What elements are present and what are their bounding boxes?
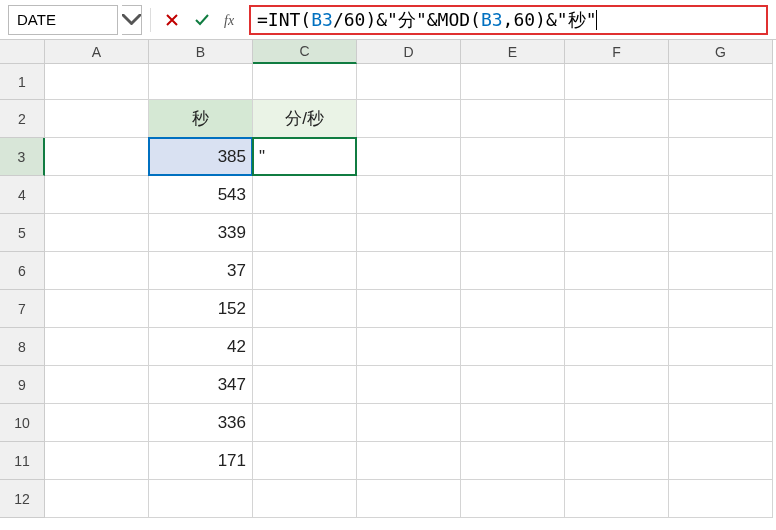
name-box-dropdown[interactable]	[122, 5, 142, 35]
cell-B9[interactable]: 347	[149, 366, 253, 404]
cell-E8[interactable]	[461, 328, 565, 366]
cell-B7[interactable]: 152	[149, 290, 253, 328]
cell-G2[interactable]	[669, 100, 773, 138]
cell-C8[interactable]	[253, 328, 357, 366]
cell-B8[interactable]: 42	[149, 328, 253, 366]
cell-E2[interactable]	[461, 100, 565, 138]
cell-C7[interactable]	[253, 290, 357, 328]
cell-G9[interactable]	[669, 366, 773, 404]
cell-G6[interactable]	[669, 252, 773, 290]
enter-button[interactable]	[189, 7, 215, 33]
cell-B6[interactable]: 37	[149, 252, 253, 290]
cell-A10[interactable]	[45, 404, 149, 442]
cell-C10[interactable]	[253, 404, 357, 442]
cell-D8[interactable]	[357, 328, 461, 366]
cell-D1[interactable]	[357, 64, 461, 100]
cell-B3[interactable]: 385	[149, 138, 253, 176]
cell-G1[interactable]	[669, 64, 773, 100]
cell-B11[interactable]: 171	[149, 442, 253, 480]
row-header-5[interactable]: 5	[0, 214, 45, 252]
cell-A2[interactable]	[45, 100, 149, 138]
cell-A1[interactable]	[45, 64, 149, 100]
cell-G3[interactable]	[669, 138, 773, 176]
cell-F1[interactable]	[565, 64, 669, 100]
cell-C12[interactable]	[253, 480, 357, 518]
cell-G5[interactable]	[669, 214, 773, 252]
col-header-B[interactable]: B	[149, 40, 253, 64]
col-header-G[interactable]: G	[669, 40, 773, 64]
cell-D6[interactable]	[357, 252, 461, 290]
col-header-C[interactable]: C	[253, 40, 357, 64]
cell-C2[interactable]: 分/秒	[253, 100, 357, 138]
row-header-4[interactable]: 4	[0, 176, 45, 214]
cell-E12[interactable]	[461, 480, 565, 518]
row-header-8[interactable]: 8	[0, 328, 45, 366]
cell-A4[interactable]	[45, 176, 149, 214]
cell-D3[interactable]	[357, 138, 461, 176]
cell-D9[interactable]	[357, 366, 461, 404]
cell-B2[interactable]: 秒	[149, 100, 253, 138]
col-header-D[interactable]: D	[357, 40, 461, 64]
cell-G12[interactable]	[669, 480, 773, 518]
col-header-F[interactable]: F	[565, 40, 669, 64]
cell-E4[interactable]	[461, 176, 565, 214]
cell-F3[interactable]	[565, 138, 669, 176]
cell-D2[interactable]	[357, 100, 461, 138]
insert-function-button[interactable]: fx	[219, 7, 245, 33]
cell-C11[interactable]	[253, 442, 357, 480]
cell-E9[interactable]	[461, 366, 565, 404]
cell-G8[interactable]	[669, 328, 773, 366]
col-header-E[interactable]: E	[461, 40, 565, 64]
cell-F10[interactable]	[565, 404, 669, 442]
row-header-9[interactable]: 9	[0, 366, 45, 404]
cell-F9[interactable]	[565, 366, 669, 404]
cell-F2[interactable]	[565, 100, 669, 138]
cell-E6[interactable]	[461, 252, 565, 290]
cell-F7[interactable]	[565, 290, 669, 328]
cell-D7[interactable]	[357, 290, 461, 328]
cell-G4[interactable]	[669, 176, 773, 214]
cell-D11[interactable]	[357, 442, 461, 480]
cell-A11[interactable]	[45, 442, 149, 480]
cell-A7[interactable]	[45, 290, 149, 328]
cell-A12[interactable]	[45, 480, 149, 518]
cell-B4[interactable]: 543	[149, 176, 253, 214]
row-header-10[interactable]: 10	[0, 404, 45, 442]
cell-E5[interactable]	[461, 214, 565, 252]
cell-C6[interactable]	[253, 252, 357, 290]
cell-F4[interactable]	[565, 176, 669, 214]
cell-B10[interactable]: 336	[149, 404, 253, 442]
cell-A3[interactable]	[45, 138, 149, 176]
select-all-corner[interactable]	[0, 40, 45, 64]
cell-D4[interactable]	[357, 176, 461, 214]
cell-B12[interactable]	[149, 480, 253, 518]
cell-B5[interactable]: 339	[149, 214, 253, 252]
cell-E7[interactable]	[461, 290, 565, 328]
row-header-6[interactable]: 6	[0, 252, 45, 290]
cell-F8[interactable]	[565, 328, 669, 366]
formula-input[interactable]: =INT(B3/60)&"分"&MOD(B3,60)&"秒"	[249, 5, 768, 35]
cell-A6[interactable]	[45, 252, 149, 290]
row-header-1[interactable]: 1	[0, 64, 45, 100]
cell-E1[interactable]	[461, 64, 565, 100]
cell-C3[interactable]: "	[253, 138, 357, 176]
row-header-7[interactable]: 7	[0, 290, 45, 328]
cell-B1[interactable]	[149, 64, 253, 100]
cancel-button[interactable]	[159, 7, 185, 33]
cell-D5[interactable]	[357, 214, 461, 252]
cell-A8[interactable]	[45, 328, 149, 366]
col-header-A[interactable]: A	[45, 40, 149, 64]
cell-E11[interactable]	[461, 442, 565, 480]
cell-F11[interactable]	[565, 442, 669, 480]
row-header-12[interactable]: 12	[0, 480, 45, 518]
cell-D10[interactable]	[357, 404, 461, 442]
row-header-2[interactable]: 2	[0, 100, 45, 138]
cell-G10[interactable]	[669, 404, 773, 442]
row-header-11[interactable]: 11	[0, 442, 45, 480]
cell-A5[interactable]	[45, 214, 149, 252]
cell-A9[interactable]	[45, 366, 149, 404]
cell-G7[interactable]	[669, 290, 773, 328]
cell-F12[interactable]	[565, 480, 669, 518]
cell-D12[interactable]	[357, 480, 461, 518]
cell-C9[interactable]	[253, 366, 357, 404]
